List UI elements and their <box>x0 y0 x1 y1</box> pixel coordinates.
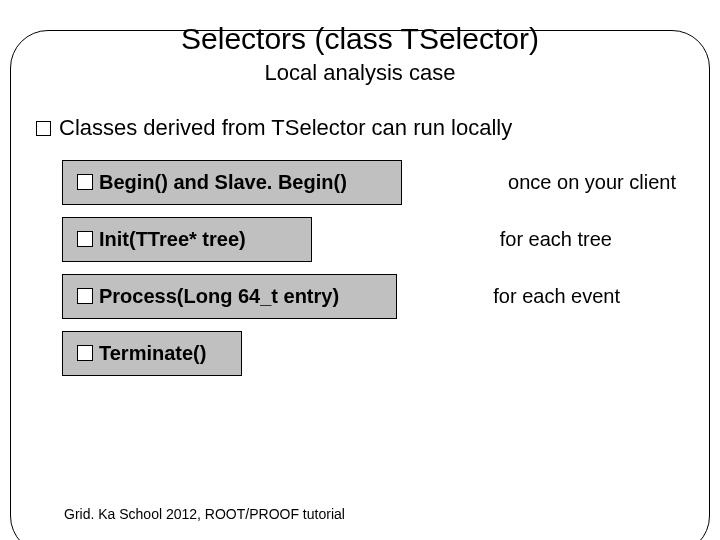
square-bullet-icon <box>77 174 93 190</box>
slide-subtitle: Local analysis case <box>0 60 720 86</box>
square-bullet-icon <box>77 231 93 247</box>
method-label: Process(Long 64_t entry) <box>99 285 339 308</box>
slide-footer: Grid. Ka School 2012, ROOT/PROOF tutoria… <box>64 506 345 522</box>
method-label: Begin() and Slave. Begin() <box>99 171 347 194</box>
method-row: Process(Long 64_t entry) for each event <box>62 274 684 319</box>
method-row: Begin() and Slave. Begin() once on your … <box>62 160 684 205</box>
slide-body: Classes derived from TSelector can run l… <box>36 114 684 376</box>
bullet-main: Classes derived from TSelector can run l… <box>36 114 684 142</box>
method-box-begin: Begin() and Slave. Begin() <box>62 160 402 205</box>
method-label: Terminate() <box>99 342 206 365</box>
square-bullet-icon <box>77 288 93 304</box>
method-box-process: Process(Long 64_t entry) <box>62 274 397 319</box>
method-list: Begin() and Slave. Begin() once on your … <box>62 160 684 376</box>
method-row: Init(TTree* tree) for each tree <box>62 217 684 262</box>
method-annotation: once on your client <box>492 171 676 194</box>
slide: Selectors (class TSelector) Local analys… <box>0 22 720 540</box>
method-row: Terminate() <box>62 331 684 376</box>
slide-title: Selectors (class TSelector) <box>0 22 720 56</box>
square-bullet-icon <box>77 345 93 361</box>
bullet-main-text: Classes derived from TSelector can run l… <box>59 115 512 140</box>
method-label: Init(TTree* tree) <box>99 228 246 251</box>
method-annotation: for each tree <box>484 228 612 251</box>
square-bullet-icon <box>36 121 51 136</box>
method-box-terminate: Terminate() <box>62 331 242 376</box>
method-box-init: Init(TTree* tree) <box>62 217 312 262</box>
method-annotation: for each event <box>477 285 620 308</box>
